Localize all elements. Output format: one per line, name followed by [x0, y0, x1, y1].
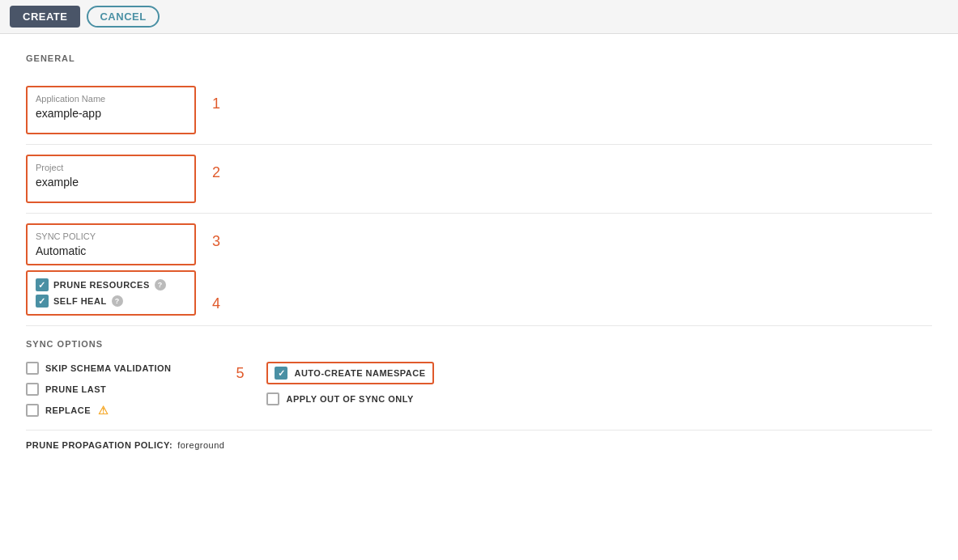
self-heal-label: SELF HEAL [53, 296, 107, 306]
checkboxes-box: PRUNE RESOURCES ? SELF HEAL ? [26, 270, 196, 316]
auto-create-row: AUTO-CREATE NAMESPACE [266, 362, 433, 384]
cancel-button[interactable]: CANCEL [87, 6, 159, 28]
project-row: Project example 2 [26, 145, 932, 214]
self-heal-row: SELF HEAL ? [36, 295, 186, 308]
sync-options-grid: SKIP SCHEMA VALIDATION PRUNE LAST REPLAC… [26, 362, 932, 417]
application-name-value: example-app [36, 107, 101, 120]
row-number-1: 1 [212, 86, 220, 112]
auto-create-label: AUTO-CREATE NAMESPACE [294, 368, 425, 378]
sync-options-section: SYNC OPTIONS SKIP SCHEMA VALIDATION PRUN… [26, 326, 932, 430]
auto-create-checkbox[interactable] [275, 367, 287, 380]
prune-last-label: PRUNE LAST [45, 384, 106, 394]
prune-last-checkbox[interactable] [26, 383, 39, 396]
sync-options-right: AUTO-CREATE NAMESPACE APPLY OUT OF SYNC … [266, 362, 433, 405]
prune-propagation-value: foreground [177, 440, 224, 450]
sync-options-title: SYNC OPTIONS [26, 339, 932, 349]
main-content: GENERAL Application Name example-app 1 P… [0, 34, 958, 479]
prune-resources-row: PRUNE RESOURCES ? [36, 278, 186, 291]
sync-options-left: SKIP SCHEMA VALIDATION PRUNE LAST REPLAC… [26, 362, 171, 417]
skip-schema-checkbox[interactable] [26, 362, 39, 375]
row-number-4: 4 [212, 286, 220, 312]
replace-label: REPLACE [45, 405, 91, 415]
prune-resources-label: PRUNE RESOURCES [53, 280, 150, 290]
apply-out-of-sync-row: APPLY OUT OF SYNC ONLY [266, 392, 433, 405]
apply-out-of-sync-checkbox[interactable] [266, 392, 279, 405]
self-heal-help-icon[interactable]: ? [112, 295, 123, 307]
prune-resources-help-icon[interactable]: ? [155, 279, 166, 291]
create-button[interactable]: CREATE [10, 6, 80, 28]
general-section-title: GENERAL [26, 53, 932, 63]
self-heal-checkbox[interactable] [36, 295, 49, 308]
auto-create-box: AUTO-CREATE NAMESPACE [266, 362, 433, 384]
sync-policy-value: Automatic [36, 244, 86, 257]
top-bar: CREATE CANCEL [0, 0, 958, 34]
project-field[interactable]: Project example [26, 155, 196, 203]
row-number-5: 5 [236, 365, 244, 382]
sync-policy-label: SYNC POLICY [36, 231, 186, 241]
sync-policy-row: SYNC POLICY Automatic PRUNE RESOURCES ? … [26, 214, 932, 326]
prune-last-row: PRUNE LAST [26, 383, 171, 396]
skip-schema-label: SKIP SCHEMA VALIDATION [45, 363, 171, 373]
application-name-field[interactable]: Application Name example-app [26, 86, 196, 134]
skip-schema-row: SKIP SCHEMA VALIDATION [26, 362, 171, 375]
sync-policy-field[interactable]: SYNC POLICY Automatic [26, 223, 196, 265]
project-label: Project [36, 163, 186, 172]
row-number-2: 2 [212, 155, 220, 181]
application-name-row: Application Name example-app 1 [26, 76, 932, 145]
prune-propagation-row: PRUNE PROPAGATION POLICY: foreground [26, 430, 932, 460]
prune-resources-checkbox[interactable] [36, 278, 49, 291]
replace-checkbox[interactable] [26, 404, 39, 417]
project-value: example [36, 176, 79, 189]
application-name-label: Application Name [36, 94, 186, 104]
apply-out-of-sync-label: APPLY OUT OF SYNC ONLY [286, 394, 413, 404]
replace-row: REPLACE ⚠ [26, 404, 171, 417]
replace-warning-icon: ⚠ [97, 404, 110, 417]
row-number-3: 3 [212, 223, 220, 250]
prune-propagation-label: PRUNE PROPAGATION POLICY: [26, 440, 172, 450]
